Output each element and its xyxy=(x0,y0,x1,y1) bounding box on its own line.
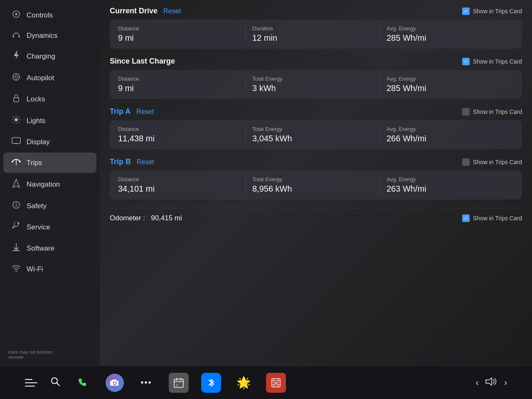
since-last-charge-show-label: Show in Trips Card xyxy=(473,58,522,65)
svg-line-17 xyxy=(18,122,19,123)
lights-icon xyxy=(12,115,21,126)
camera-icon[interactable] xyxy=(106,374,124,392)
trip-b-show-label: Show in Trips Card xyxy=(473,159,522,165)
sidebar-item-safety[interactable]: Safety xyxy=(3,196,96,216)
current-drive-reset[interactable]: Reset xyxy=(163,7,181,15)
taskbar: ••• i 🌟 ‹ xyxy=(0,366,532,399)
media-prev-button[interactable]: ‹ xyxy=(476,378,479,387)
sidebar-item-locks[interactable]: Locks xyxy=(3,89,96,109)
controls-icon xyxy=(12,10,21,20)
sidebar-item-controls[interactable]: Controls xyxy=(3,5,96,25)
svg-text:i: i xyxy=(177,383,177,387)
sidebar-item-service[interactable]: Service xyxy=(3,217,96,237)
trip-b-show-trips[interactable]: Show in Trips Card xyxy=(462,158,522,166)
since-last-charge-checkbox[interactable]: ✓ xyxy=(462,58,470,65)
current-drive-distance-value: 9 mi xyxy=(118,33,239,43)
since-last-charge-section: Since Last Charge ✓ Show in Trips Card D… xyxy=(110,57,522,99)
trip-a-distance: Distance 11,438 mi xyxy=(118,126,246,143)
sidebar-item-lights[interactable]: Lights xyxy=(3,110,96,131)
svg-point-11 xyxy=(15,118,18,121)
sidebar-label-charging: Charging xyxy=(27,52,55,61)
dynamics-icon xyxy=(12,31,21,40)
sidebar-item-autopilot[interactable]: Autopilot xyxy=(3,68,96,88)
trip-a-checkbox[interactable] xyxy=(462,108,470,116)
trip-a-total-energy-value: 3,045 kWh xyxy=(252,134,373,143)
current-drive-checkbox[interactable]: ✓ xyxy=(462,7,470,15)
more-options-button[interactable]: ••• xyxy=(136,373,156,393)
current-drive-avg-energy-value: 285 Wh/mi xyxy=(387,33,507,43)
sidebar-label-controls: Controls xyxy=(27,11,53,20)
since-last-charge-total-energy: Total Energy 3 kWh xyxy=(246,76,380,93)
trip-a-show-trips[interactable]: Show in Trips Card xyxy=(462,108,522,116)
current-drive-show-trips[interactable]: ✓ Show in Trips Card xyxy=(462,7,522,15)
trip-b-total-energy: Total Energy 8,956 kWh xyxy=(246,176,380,194)
svg-rect-3 xyxy=(18,36,20,37)
sidebar-label-navigation: Navigation xyxy=(27,180,60,189)
odometer-checkbox[interactable]: ✓ xyxy=(462,214,470,222)
calendar-icon[interactable]: i xyxy=(169,373,189,393)
current-drive-duration-value: 12 min xyxy=(252,33,373,43)
current-drive-avg-energy-label: Avg. Energy xyxy=(387,25,507,32)
svg-line-31 xyxy=(57,383,60,386)
trip-a-section: Trip A Reset Show in Trips Card Distance… xyxy=(110,107,522,149)
current-drive-duration: Duration 12 min xyxy=(246,25,380,43)
trip-b-avg-energy-value: 263 Wh/mi xyxy=(387,184,507,194)
trip-b-checkbox[interactable] xyxy=(462,158,470,166)
since-last-charge-header: Since Last Charge ✓ Show in Trips Card xyxy=(110,57,522,66)
display-icon xyxy=(12,137,21,147)
trip-b-card: Distance 34,101 mi Total Energy 8,956 kW… xyxy=(110,170,522,200)
trip-a-total-energy: Total Energy 3,045 kWh xyxy=(246,126,380,143)
sidebar-item-wifi[interactable]: Wi-Fi xyxy=(3,259,96,279)
trip-a-avg-energy: Avg. Energy 266 Wh/mi xyxy=(380,126,514,143)
trip-a-distance-value: 11,438 mi xyxy=(118,134,239,143)
media-icon[interactable] xyxy=(266,373,286,393)
current-drive-distance: Distance 9 mi xyxy=(118,25,246,43)
current-drive-distance-label: Distance xyxy=(118,25,239,32)
warning-text: imes may not function recover xyxy=(8,350,53,360)
current-drive-card: Distance 9 mi Duration 12 min Avg. Energ… xyxy=(110,20,522,49)
sidebar-label-safety: Safety xyxy=(27,202,47,210)
trip-a-header: Trip A Reset Show in Trips Card xyxy=(110,107,522,116)
svg-point-5 xyxy=(15,76,17,78)
svg-point-29 xyxy=(16,271,17,272)
sidebar-item-display[interactable]: Display xyxy=(3,132,96,152)
current-drive-header: Current Drive Reset ✓ Show in Trips Card xyxy=(110,7,522,15)
media-next-button[interactable]: › xyxy=(504,378,507,387)
odometer-show-label: Show in Trips Card xyxy=(473,215,522,222)
odometer-show-trips[interactable]: ✓ Show in Trips Card xyxy=(462,214,522,222)
navigation-icon xyxy=(12,179,21,190)
trip-b-distance-value: 34,101 mi xyxy=(118,184,239,194)
svg-line-19 xyxy=(13,122,14,123)
service-icon xyxy=(12,222,21,232)
trip-b-total-energy-value: 8,956 kWh xyxy=(252,184,373,194)
trip-b-reset[interactable]: Reset xyxy=(137,158,154,166)
emoji-icon[interactable]: 🌟 xyxy=(234,373,254,393)
since-last-charge-show-trips[interactable]: ✓ Show in Trips Card xyxy=(462,58,522,65)
sidebar: Controls Dynamics Char xyxy=(0,0,100,366)
sidebar-label-software: Software xyxy=(27,244,54,253)
phone-icon[interactable] xyxy=(73,373,93,393)
trip-a-show-label: Show in Trips Card xyxy=(473,108,522,115)
odometer-row: Odometer : 90,415 mi ✓ Show in Trips Car… xyxy=(110,208,522,228)
since-last-charge-total-energy-value: 3 kWh xyxy=(252,84,373,93)
sidebar-label-autopilot: Autopilot xyxy=(27,74,54,82)
charging-icon xyxy=(12,51,21,62)
sidebar-item-charging[interactable]: Charging xyxy=(3,46,96,67)
trip-a-reset[interactable]: Reset xyxy=(136,108,154,116)
sidebar-item-trips[interactable]: Trips xyxy=(3,153,96,173)
sidebar-item-software[interactable]: Software xyxy=(3,238,96,259)
svg-marker-43 xyxy=(275,382,278,384)
sidebar-item-navigation[interactable]: Navigation xyxy=(3,174,96,195)
svg-rect-10 xyxy=(14,98,19,102)
bluetooth-icon[interactable] xyxy=(201,373,221,393)
controls-sliders-icon[interactable] xyxy=(25,378,37,388)
since-last-charge-avg-energy-label: Avg. Energy xyxy=(387,76,507,82)
trip-a-total-energy-label: Total Energy xyxy=(252,126,373,132)
volume-icon xyxy=(485,377,498,389)
current-drive-title: Current Drive xyxy=(110,7,158,15)
sidebar-label-locks: Locks xyxy=(27,95,45,103)
sidebar-item-dynamics[interactable]: Dynamics xyxy=(3,26,96,45)
trip-b-total-energy-label: Total Energy xyxy=(252,176,373,182)
since-last-charge-distance-value: 9 mi xyxy=(118,84,239,93)
search-button[interactable] xyxy=(50,376,61,389)
